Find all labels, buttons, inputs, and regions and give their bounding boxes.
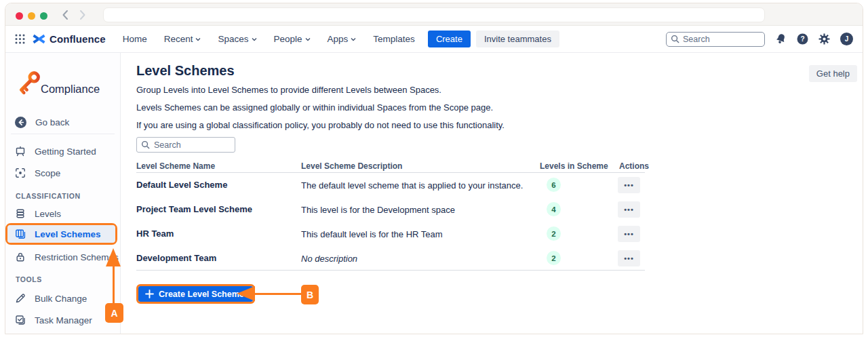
description-line-3: If you are using a global classification… [136,120,505,130]
annotation-highlight-level-schemes: Level Schemes [5,223,117,245]
section-header-tools: TOOLS [16,275,42,283]
create-button[interactable]: Create [428,31,471,47]
lock-icon [15,252,26,262]
confluence-home-link[interactable]: Confluence [33,33,106,45]
zoom-window-button[interactable] [40,12,47,20]
confluence-navbar: Confluence Home Recent Spaces People App… [5,26,863,53]
nav-item-home[interactable]: Home [123,34,147,44]
scheme-description: This default level is for the HR Team [301,229,443,239]
row-actions-button[interactable]: ••• [618,201,640,218]
scheme-name: Project Team Level Scheme [136,204,252,214]
nav-item-recent[interactable]: Recent [164,34,201,44]
scope-icon [15,167,26,178]
global-search-input[interactable] [683,35,751,44]
browser-chrome [5,3,863,26]
levels-count-badge: 2 [547,251,561,265]
chevron-down-icon [305,37,311,41]
annotation-b-label: B [301,285,319,304]
help-icon[interactable]: ? [797,33,808,45]
sidebar-item-getting-started[interactable]: Getting Started [5,143,121,159]
annotation-b-arrow-line [248,293,302,295]
levels-count-badge: 4 [547,202,561,216]
table-search-input[interactable] [154,140,222,150]
scheme-name: Default Level Scheme [136,180,227,190]
pencil-icon [15,293,26,304]
annotation-a-label: A [105,303,123,323]
table-row: HR Team This default level is for the HR… [136,222,645,246]
columns-icon [15,229,26,239]
back-arrow-icon [15,117,26,128]
annotation-a-arrow-line [113,266,115,304]
description-line-1: Group Levels into Level Schemes to provi… [136,85,441,95]
scheme-description: This level is for the Development space [301,205,455,215]
table-row: Default Level Scheme The default level s… [136,173,645,197]
browser-forward-icon[interactable] [76,9,88,21]
annotation-a-arrowhead [106,248,121,266]
minimize-window-button[interactable] [28,12,35,20]
scheme-name: Development Team [136,253,216,263]
brand-name: Confluence [50,33,106,45]
section-header-classification: CLASSIFICATION [16,192,81,200]
table-search[interactable] [136,137,235,153]
confluence-logo-icon [33,34,45,44]
browser-back-icon[interactable] [60,9,72,21]
sidebar-divider [11,134,115,134]
sidebar-item-restriction-schemes[interactable]: Restriction Schemes [5,249,121,265]
global-search[interactable] [666,32,765,47]
app-switcher-icon[interactable] [11,31,28,48]
nav-item-people[interactable]: People [274,34,311,44]
nav-item-apps[interactable]: Apps [328,34,357,44]
sidebar-item-levels[interactable]: Levels [5,205,121,222]
settings-gear-icon[interactable] [818,33,830,45]
search-icon [141,140,150,149]
get-help-button[interactable]: Get help [809,65,857,82]
task-icon [15,315,26,325]
chevron-down-icon [195,37,201,41]
traffic-lights [16,12,47,20]
easel-icon [15,146,26,157]
row-actions-button[interactable]: ••• [618,250,640,266]
sidebar-item-go-back[interactable]: Go back [5,114,121,130]
main-content: Level Schemes Get help Group Levels into… [121,53,863,334]
row-actions-button[interactable]: ••• [618,177,640,193]
description-line-2: Levels Schemes can be assigned globally … [136,102,493,113]
nav-item-templates[interactable]: Templates [373,34,415,44]
chevron-down-icon [351,37,356,41]
table-row: Development Team No description 2 ••• [136,246,645,271]
address-bar[interactable] [103,7,765,22]
notifications-bell-icon[interactable] [775,33,787,45]
stack-icon [15,208,26,219]
scheme-description: The default level scheme that is applied… [301,180,523,191]
compliance-key-logo-icon [14,68,42,102]
invite-teammates-button[interactable]: Invite teammates [476,31,559,47]
browser-window: Confluence Home Recent Spaces People App… [5,3,863,334]
table-row: Project Team Level Scheme This level is … [136,197,645,222]
scheme-description: No description [301,254,357,264]
plus-icon [145,290,154,298]
user-avatar[interactable]: J [840,33,853,45]
column-header-name: Level Scheme Name [136,161,215,171]
sidebar-item-bulk-change[interactable]: Bulk Change [5,290,121,306]
column-header-description: Level Scheme Description [301,161,402,171]
app-sidebar: Compliance Go back Getting Started Scope… [5,53,121,334]
levels-count-badge: 2 [547,226,561,241]
chevron-down-icon [252,37,257,41]
search-icon [671,35,679,43]
sidebar-item-task-manager[interactable]: Task Manager [5,312,121,328]
levels-count-badge: 6 [547,178,561,192]
nav-item-spaces[interactable]: Spaces [218,34,256,44]
nav-menu: Home Recent Spaces People Apps Templates [123,34,415,44]
row-actions-button[interactable]: ••• [618,226,640,242]
sidebar-item-level-schemes[interactable]: Level Schemes [7,225,115,243]
close-window-button[interactable] [16,12,23,20]
table-bottom-divider [136,270,645,271]
page-title: Level Schemes [136,63,235,79]
scheme-name: HR Team [136,229,174,239]
create-level-scheme-button[interactable]: Create Level Scheme [138,286,253,302]
column-header-levels: Levels in Scheme [540,161,608,171]
app-name: Compliance [41,83,100,96]
sidebar-item-scope[interactable]: Scope [5,165,121,181]
svg-text:?: ? [800,35,804,43]
column-header-actions: Actions [619,161,649,171]
